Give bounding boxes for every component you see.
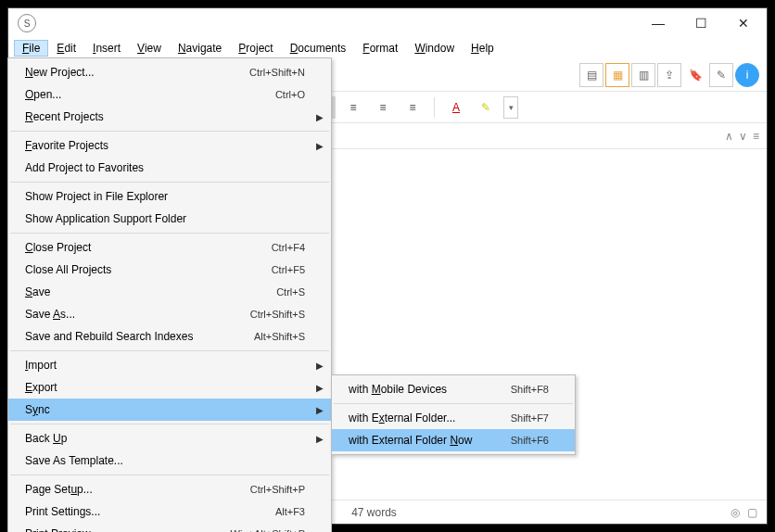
- file-item-12[interactable]: SaveCtrl+S: [8, 281, 331, 303]
- file-shortcut: Win+Alt+Shift+P: [231, 528, 305, 532]
- file-shortcut: Ctrl+Shift+N: [249, 67, 305, 78]
- menubar: FileEditInsertViewNavigateProjectDocumen…: [8, 38, 767, 58]
- view-grid-icon[interactable]: ▦: [605, 63, 629, 87]
- file-separator: [10, 182, 329, 183]
- file-label: Page Setup...: [25, 483, 250, 496]
- file-shortcut: Ctrl+F4: [272, 242, 305, 253]
- file-item-0[interactable]: New Project...Ctrl+Shift+N: [8, 61, 331, 83]
- submenu-arrow-icon: ▶: [316, 434, 324, 444]
- file-shortcut: Ctrl+Shift+S: [250, 309, 305, 320]
- file-label: Show Application Support Folder: [25, 212, 305, 225]
- sync-separator: [334, 403, 573, 404]
- file-item-18[interactable]: Sync▶: [8, 399, 331, 421]
- file-item-11[interactable]: Close All ProjectsCtrl+F5: [8, 259, 331, 281]
- file-item-7[interactable]: Show Project in File Explorer: [8, 185, 331, 208]
- close-button[interactable]: ✕: [722, 9, 765, 37]
- file-item-23[interactable]: Page Setup...Ctrl+Shift+P: [8, 478, 331, 500]
- maximize-button[interactable]: ☐: [680, 9, 722, 37]
- file-item-4[interactable]: Favorite Projects▶: [8, 134, 331, 157]
- align-center-button[interactable]: ≡: [341, 96, 365, 119]
- file-separator: [10, 424, 329, 424]
- menu-project[interactable]: Project: [230, 40, 281, 57]
- file-item-8[interactable]: Show Application Support Folder: [8, 208, 331, 230]
- file-label: Open...: [25, 88, 275, 101]
- menu-window[interactable]: Window: [406, 40, 463, 57]
- minimize-button[interactable]: —: [637, 9, 680, 37]
- bookmark-icon[interactable]: 🔖: [683, 63, 707, 87]
- target-icon[interactable]: ◎: [731, 506, 740, 519]
- file-item-14[interactable]: Save and Rebuild Search IndexesAlt+Shift…: [8, 325, 331, 348]
- sync-shortcut: Shift+F8: [511, 384, 549, 395]
- menu-documents[interactable]: Documents: [282, 40, 355, 57]
- info-icon[interactable]: i: [735, 63, 759, 87]
- file-label: Add Project to Favorites: [25, 161, 305, 174]
- file-separator: [10, 131, 329, 132]
- submenu-arrow-icon: ▶: [316, 112, 324, 122]
- file-separator: [10, 475, 329, 475]
- file-label: Print Settings...: [25, 505, 275, 518]
- submenu-arrow-icon: ▶: [316, 361, 324, 371]
- share-icon[interactable]: ⇪: [657, 63, 681, 87]
- file-item-2[interactable]: Recent Projects▶: [8, 106, 331, 128]
- file-shortcut: Alt+F3: [275, 506, 305, 517]
- file-label: Close Project: [25, 241, 272, 254]
- file-label: Show Project in File Explorer: [25, 190, 305, 203]
- more-format-select[interactable]: [503, 96, 518, 119]
- submenu-arrow-icon: ▶: [316, 383, 324, 393]
- note-icon[interactable]: ▢: [747, 506, 757, 519]
- file-label: Sync: [25, 403, 305, 416]
- view-single-icon[interactable]: ▤: [579, 63, 603, 87]
- file-item-24[interactable]: Print Settings...Alt+F3: [8, 500, 331, 523]
- file-item-25[interactable]: Print Preview...Win+Alt+Shift+P: [8, 523, 331, 532]
- file-item-5[interactable]: Add Project to Favorites: [8, 157, 331, 179]
- menu-insert[interactable]: Insert: [84, 40, 129, 57]
- file-shortcut: Ctrl+F5: [272, 264, 305, 275]
- file-label: Close All Projects: [25, 263, 272, 276]
- menu-edit[interactable]: Edit: [48, 40, 84, 57]
- menu-view[interactable]: View: [129, 40, 170, 57]
- file-item-10[interactable]: Close ProjectCtrl+F4: [8, 236, 331, 259]
- file-item-13[interactable]: Save As...Ctrl+Shift+S: [8, 303, 331, 325]
- sync-shortcut: Shift+F6: [511, 435, 549, 446]
- file-label: Save and Rebuild Search Indexes: [25, 330, 254, 343]
- file-label: Save As Template...: [25, 454, 305, 467]
- file-shortcut: Alt+Shift+S: [254, 331, 305, 342]
- highlight-button[interactable]: ✎: [474, 96, 498, 119]
- nav-down-icon[interactable]: ∨: [739, 130, 747, 143]
- file-item-20[interactable]: Back Up▶: [8, 427, 331, 450]
- align-justify-button[interactable]: ≡: [400, 96, 425, 119]
- file-label: Recent Projects: [25, 110, 305, 123]
- menu-format[interactable]: Format: [354, 40, 406, 57]
- sync-item-0[interactable]: with Mobile DevicesShift+F8: [332, 378, 575, 400]
- sync-item-2[interactable]: with External Folder...Shift+F7: [332, 407, 575, 429]
- sync-shortcut: Shift+F7: [511, 412, 549, 424]
- file-item-17[interactable]: Export▶: [8, 376, 331, 399]
- file-separator: [10, 233, 329, 234]
- view-list-icon[interactable]: ▥: [631, 63, 655, 87]
- menu-help[interactable]: Help: [463, 40, 502, 57]
- align-right-button[interactable]: ≡: [371, 96, 395, 119]
- file-label: Favorite Projects: [25, 139, 305, 152]
- nav-menu-icon[interactable]: ≡: [753, 130, 759, 143]
- file-label: Back Up: [25, 432, 305, 445]
- sync-item-3[interactable]: with External Folder NowShift+F6: [332, 429, 575, 451]
- nav-up-icon[interactable]: ∧: [725, 130, 733, 143]
- sync-label: with External Folder...: [349, 412, 511, 424]
- file-item-16[interactable]: Import▶: [8, 354, 331, 376]
- file-label: New Project...: [25, 66, 249, 79]
- app-icon: S: [18, 14, 36, 32]
- file-separator: [10, 350, 329, 351]
- sync-submenu: with Mobile DevicesShift+F8with External…: [331, 374, 576, 455]
- file-item-21[interactable]: Save As Template...: [8, 450, 331, 472]
- file-label: Export: [25, 381, 305, 394]
- file-label: Save As...: [25, 308, 250, 321]
- menu-file[interactable]: File: [14, 40, 48, 57]
- text-color-button[interactable]: A: [444, 96, 468, 119]
- file-label: Import: [25, 359, 305, 372]
- edit-icon[interactable]: ✎: [709, 63, 733, 87]
- file-item-1[interactable]: Open...Ctrl+O: [8, 83, 331, 106]
- file-label: Save: [25, 285, 276, 298]
- submenu-arrow-icon: ▶: [316, 405, 324, 415]
- menu-navigate[interactable]: Navigate: [170, 40, 230, 57]
- file-shortcut: Ctrl+Shift+P: [250, 484, 305, 495]
